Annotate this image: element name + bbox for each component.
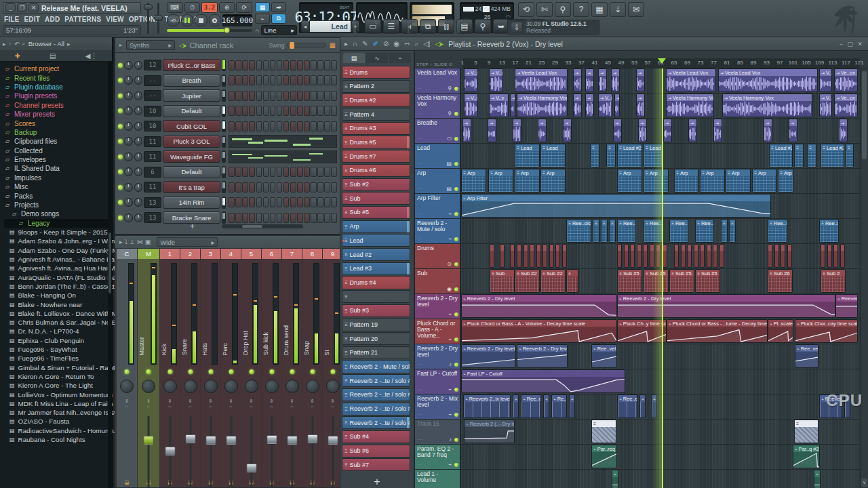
clip[interactable]: ⇥Veela Lead Vox — [666, 68, 716, 92]
track-header[interactable]: Arp Filter···⌁ — [415, 194, 461, 218]
mixer-strip-number[interactable]: M — [138, 249, 159, 259]
step-cell[interactable] — [242, 197, 248, 207]
drum-clip[interactable] — [774, 244, 779, 268]
channel-pan-knob[interactable] — [124, 76, 133, 85]
mute-tool-icon[interactable]: ◉ — [393, 40, 399, 47]
playlist-window-controls[interactable]: − ▢ ✕ — [840, 41, 864, 47]
mixer-mute-led[interactable] — [125, 369, 130, 374]
step-cell[interactable] — [283, 75, 290, 85]
browser-item[interactable]: ▱Clipboard files — [4, 137, 112, 146]
magnet-icon[interactable]: ∩ — [353, 40, 357, 47]
clip[interactable]: Ξ — [609, 219, 616, 243]
step-cell[interactable] — [324, 75, 330, 85]
step-cell[interactable] — [331, 91, 337, 101]
pattern-selector-value[interactable]: Lead — [309, 20, 351, 33]
mixer-strip-Drop Hat[interactable]: 5Drop Hat⇕⇔⬓ — [241, 249, 261, 487]
mixer-pan-knob[interactable] — [265, 380, 279, 393]
master-pitch-slider[interactable] — [147, 3, 149, 34]
clip[interactable]: ΞSub #2 — [540, 269, 566, 293]
step-cell[interactable] — [324, 182, 330, 192]
step-cell[interactable] — [277, 121, 283, 131]
chat-icon[interactable]: ✉ — [628, 2, 644, 17]
clip[interactable]: ⌁ — [543, 394, 549, 418]
clip[interactable]: ⇥V..x — [598, 94, 612, 117]
browser-item[interactable]: ▱Impulses — [4, 174, 112, 182]
track-options-dots[interactable]: ··· — [417, 411, 422, 418]
drum-clip[interactable] — [827, 244, 832, 268]
channel-mini-slider[interactable] — [222, 150, 226, 163]
mixer-strip-St[interactable]: 9St⇕⇔⬓ — [323, 249, 340, 487]
step-cell[interactable] — [297, 121, 303, 131]
step-cell[interactable] — [242, 106, 248, 116]
step-seq-window-icon[interactable]: ☰ — [383, 19, 399, 34]
step-cell[interactable] — [304, 106, 310, 116]
menu-item-patterns[interactable]: PATTERNS — [64, 16, 101, 23]
drum-clip[interactable] — [643, 244, 648, 268]
mixer-strip-number[interactable]: 5 — [241, 249, 261, 259]
mixer-sep-stereo-icons[interactable]: ⇕⇔ — [262, 399, 281, 409]
step-cell[interactable] — [235, 91, 241, 101]
track-auto-icon[interactable]: ⌁ — [448, 311, 452, 317]
channel-button[interactable]: Default — [163, 105, 221, 117]
step-cell[interactable] — [235, 182, 241, 192]
add-pattern-button[interactable]: + — [340, 476, 414, 488]
channel-target-display[interactable]: -- — [144, 90, 161, 101]
browser-item[interactable]: ▱Current project — [4, 64, 112, 73]
clip[interactable]: ⇥ — [613, 119, 622, 142]
step-cell[interactable] — [263, 182, 269, 192]
step-cell[interactable] — [263, 197, 269, 207]
clip[interactable]: ⌁Pluck Chord or Bass - ..lume - Decay ti… — [667, 319, 768, 343]
step-cell[interactable] — [331, 121, 337, 131]
channel-volume-knob[interactable] — [134, 167, 143, 176]
browser-tab-files-icon[interactable]: ▤ — [50, 52, 56, 60]
clip[interactable]: ⇥ — [663, 119, 672, 142]
step-cell[interactable] — [297, 60, 303, 70]
clip[interactable]: ΞArp — [488, 169, 513, 192]
step-cell[interactable] — [256, 60, 262, 70]
step-cell[interactable] — [324, 106, 330, 116]
track-header[interactable]: Reeverb 2 - Mix level···⌁ — [415, 394, 461, 419]
mixer-sep-stereo-icons[interactable]: ⇕⇔ — [221, 399, 241, 409]
channel-mini-slider[interactable] — [222, 75, 226, 87]
track-enable-led[interactable] — [454, 112, 458, 116]
channel-mini-slider[interactable] — [222, 197, 226, 209]
step-cell[interactable] — [290, 167, 296, 177]
clip[interactable]: ⌁Pluck Chord or Bass - A - Volume - Deca… — [461, 319, 617, 343]
drum-clip[interactable] — [713, 244, 717, 268]
channel-pan-knob[interactable] — [124, 137, 133, 146]
step-cell[interactable] — [331, 106, 337, 116]
channel-target-display[interactable]: 10 — [144, 121, 161, 131]
mixer-strip-undefined[interactable]: C⇕⇔⬓ — [117, 249, 137, 487]
drum-clip[interactable] — [490, 244, 494, 268]
clip[interactable]: ΞSub #5 — [617, 269, 642, 293]
step-cell[interactable] — [277, 75, 283, 85]
track-options-dots[interactable]: ··· — [417, 211, 422, 217]
clip[interactable]: ⇥ — [598, 68, 607, 92]
step-cell[interactable] — [277, 60, 283, 70]
track-options-dots[interactable]: ··· — [417, 110, 422, 117]
channel-pan-knob[interactable] — [124, 61, 133, 70]
clip[interactable]: ⇥V..x — [464, 94, 478, 117]
step-cell[interactable] — [235, 197, 241, 207]
mic-record-icon[interactable]: ⚲ — [555, 2, 571, 17]
drum-clip[interactable] — [555, 244, 560, 268]
step-cell[interactable] — [256, 197, 262, 207]
step-cell[interactable] — [331, 197, 337, 207]
pattern-item[interactable]: ΞDrums #7 — [342, 150, 410, 163]
browser-item[interactable]: ▱Collected — [4, 146, 112, 155]
browser-item[interactable]: ▱Envelopes — [4, 155, 112, 164]
clip[interactable]: ΞLead #2 — [821, 144, 844, 167]
channel-button[interactable]: Pluck C..or Bass — [163, 59, 221, 71]
clip[interactable]: ⌁Ree..vel — [795, 344, 818, 368]
clip[interactable]: ΞArp — [700, 169, 725, 192]
mixer-strip-number[interactable]: 2 — [180, 249, 200, 259]
track-keys-icon[interactable]: ▤ — [446, 161, 452, 167]
channel-target-display[interactable]: 13 — [144, 197, 161, 208]
browser-file[interactable]: ▤Fuego96 - SayWhat — [9, 345, 112, 354]
mixer-pan-knob[interactable] — [163, 380, 177, 393]
drum-clip[interactable] — [530, 244, 534, 268]
drum-clip[interactable] — [549, 244, 554, 268]
metronome-icon[interactable]: ⏱ — [184, 2, 201, 13]
track-header[interactable]: Reeverb 2 - Dry level···⌁ — [415, 294, 461, 319]
clip[interactable]: ⇥ — [513, 119, 521, 142]
